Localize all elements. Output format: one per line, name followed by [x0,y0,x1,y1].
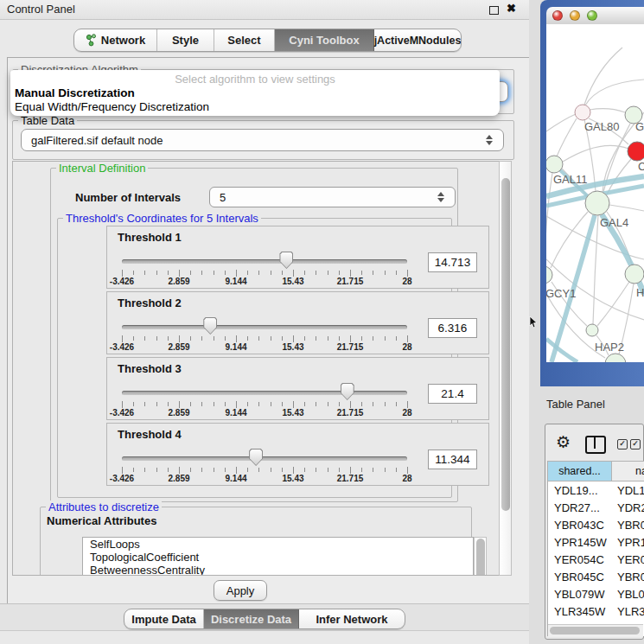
slider-tick [201,271,202,275]
slider-tick [133,336,134,341]
slider-tick [316,336,316,341]
threshold-value-field[interactable]: 11.344 [428,450,477,469]
table-row[interactable]: YER054CYER0 [548,551,644,568]
table-hscroll-thumb[interactable] [550,627,640,634]
slider-tick [385,336,386,341]
thumb-face [341,384,354,399]
threshold-slider-thumb[interactable] [341,383,354,400]
table-data-combo-value: galFiltered.sif default node [31,134,163,147]
column-view-icon[interactable] [585,436,606,454]
table-row[interactable]: YPR145WYPR1 [548,533,644,551]
attribute-item[interactable]: SelfLoops [83,538,473,551]
network-node[interactable] [628,142,644,161]
threshold-value-field[interactable]: 21.4 [428,384,477,404]
node-attribute-table[interactable]: shared...na YDL19...YDL1YDR27...YDR2YBR0… [547,461,644,636]
slider-tick [271,468,271,472]
network-node[interactable] [585,191,609,215]
threshold-label: Threshold 3 [118,362,182,375]
float-window-icon[interactable] [489,6,499,15]
network-node[interactable] [546,156,563,173]
attributes-scroll-thumb[interactable] [476,539,485,576]
slider-tick [316,402,316,406]
table-cell: YDR2 [612,501,644,514]
network-node[interactable] [625,265,644,284]
threshold-slider-track[interactable] [122,456,407,461]
slider-tick [396,271,397,275]
table-cell: YLR3 [612,605,644,618]
numerical-attributes-heading: Numerical Attributes [47,514,156,527]
network-edge [590,109,625,112]
tab-impute-data[interactable]: Impute Data [124,609,204,628]
gear-icon[interactable]: ⚙ [556,432,571,451]
threshold-slider-track[interactable] [122,325,407,329]
settings-scroll-thumb[interactable] [501,178,510,511]
numerical-attributes-list[interactable]: SelfLoopsTopologicalCoefficientBetweenne… [82,537,474,576]
tab-infer-network[interactable]: Infer Network [299,609,405,628]
threshold-slider-thumb[interactable] [279,252,293,269]
slider-tick [225,468,226,472]
algorithm-option[interactable]: Equal Width/Frequency Discretization [14,100,499,114]
table-column-header[interactable]: na [612,461,644,481]
table-column-header[interactable]: shared... [548,461,612,481]
threshold-slider-thumb[interactable] [203,317,217,335]
table-row[interactable]: YBL079WYBL0 [548,585,644,603]
tab-select[interactable]: Select [214,29,275,51]
threshold-slider-thumb[interactable] [249,449,263,466]
slider-tick [373,468,373,472]
network-icon [86,34,97,47]
table-horizontal-scrollbar[interactable] [548,624,643,637]
attributes-list-scrollbar[interactable] [474,537,487,576]
slider-tick [144,336,145,341]
table-row[interactable]: YBR045CYBR0 [548,568,644,585]
table-row[interactable]: YLR345WYLR3 [548,603,644,620]
settings-vertical-scrollbar[interactable] [499,161,512,576]
threshold-coordinates-title: Threshold's Coordinates for 5 Intervals [63,212,261,225]
threshold-coordinates-group: Threshold's Coordinates for 5 Intervals … [57,218,452,498]
attribute-item[interactable]: BetweennessCentrality [83,564,473,576]
network-canvas[interactable]: GAL80GCGAL11GAL4GCY1HHAP2 [546,24,644,362]
minimize-traffic-light[interactable] [570,10,580,21]
slider-tick [350,270,351,277]
threshold-slider-track[interactable] [122,259,407,264]
threshold-value-field[interactable]: 6.316 [428,318,477,338]
close-icon[interactable]: ✖ [507,2,516,15]
apply-button[interactable]: Apply [214,580,267,601]
threshold-row: Threshold 3-3.4262.8599.14415.4321.71528… [106,357,489,420]
slider-tick [339,402,340,406]
table-row[interactable]: YDL19...YDL1 [548,481,644,499]
threshold-value-field[interactable]: 14.713 [428,252,477,272]
tab-style[interactable]: Style [157,29,214,51]
table-cell: YBR043C [548,519,612,532]
zoom-traffic-light[interactable] [587,10,597,21]
slider-tick-label: 9.144 [225,408,246,418]
slider-tick [271,271,271,275]
threshold-slider-track[interactable] [122,391,407,395]
tab-jactivemnodules[interactable]: jActiveMNodules [374,29,461,51]
network-node[interactable] [575,105,590,120]
tab-cyni-toolbox[interactable]: Cyni Toolbox [275,29,374,51]
network-node[interactable] [546,266,552,284]
number-of-intervals-combo[interactable]: 5 [209,187,456,207]
checkbox-icon[interactable]: ✓ [617,439,628,450]
algorithm-option[interactable]: Manual Discretization [14,86,499,100]
close-traffic-light[interactable] [552,10,563,21]
tab-discretize-data[interactable]: Discretize Data [204,609,299,628]
combo-spinner-icon[interactable] [437,192,444,202]
network-node[interactable] [586,324,598,336]
algorithm-option-list: Manual DiscretizationEqual Width/Frequen… [12,86,497,114]
slider-tick-label: 2.859 [168,342,189,352]
checkbox-icon[interactable]: ✓ [630,439,641,450]
slider-tick [385,468,386,472]
table-row[interactable]: YDR27...YDR2 [548,499,644,516]
table-row[interactable]: YBR043CYBR0 [548,516,644,533]
slider-tick [316,468,316,472]
slider-tick [190,402,191,406]
thumb-face [204,318,216,334]
attribute-item[interactable]: TopologicalCoefficient [83,551,473,564]
slider-tick [179,467,180,474]
table-data-combo[interactable]: galFiltered.sif default node [21,129,504,151]
combo-spinner-icon[interactable] [486,135,493,145]
tab-network[interactable]: Network [74,29,157,51]
slider-tick [190,468,191,472]
slider-tick [122,270,123,277]
